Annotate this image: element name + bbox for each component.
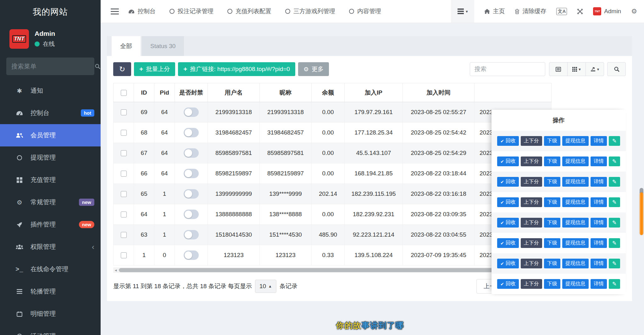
- subordinate-button[interactable]: 下级: [544, 259, 560, 268]
- more-button[interactable]: ⚙ 更多: [298, 62, 329, 76]
- updown-button[interactable]: 上下分: [521, 259, 542, 268]
- ban-toggle[interactable]: [184, 169, 199, 178]
- ban-toggle[interactable]: [184, 107, 199, 117]
- subordinate-button[interactable]: 下级: [544, 279, 560, 289]
- subordinate-button[interactable]: 下级: [544, 177, 560, 187]
- admin-menu[interactable]: TNT Admin: [593, 7, 621, 15]
- detail-button[interactable]: 详情: [591, 218, 607, 228]
- edit-button[interactable]: ✎: [609, 136, 620, 146]
- search-submit-button[interactable]: [607, 62, 626, 76]
- table-search-input[interactable]: [470, 62, 545, 76]
- withdraw-info-button[interactable]: 提现信息: [562, 136, 589, 146]
- recycle-button[interactable]: ✔回收: [497, 197, 519, 207]
- detail-button[interactable]: 详情: [591, 157, 607, 166]
- withdraw-info-button[interactable]: 提现信息: [562, 279, 589, 289]
- topnav-recharge-list[interactable]: 充值列表配置: [227, 7, 271, 15]
- edit-button[interactable]: ✎: [609, 177, 620, 187]
- col-username[interactable]: 用户名: [208, 83, 260, 102]
- tabs-dropdown-button[interactable]: ▾: [451, 0, 474, 23]
- row-checkbox[interactable]: [121, 171, 127, 177]
- edit-button[interactable]: ✎: [609, 197, 620, 207]
- tab-status30[interactable]: Status 30: [142, 36, 184, 56]
- col-nickname[interactable]: 昵称: [260, 83, 312, 102]
- vertical-scrollbar-thumb[interactable]: [640, 192, 643, 235]
- columns-button[interactable]: ▾: [567, 62, 586, 76]
- updown-button[interactable]: 上下分: [521, 238, 542, 248]
- sidebar-item-notice[interactable]: ✱ 通知: [0, 80, 101, 102]
- recycle-button[interactable]: ✔回收: [497, 157, 519, 166]
- updown-button[interactable]: 上下分: [521, 197, 542, 207]
- topnav-third-games[interactable]: 三方游戏列管理: [285, 7, 335, 15]
- row-checkbox[interactable]: [121, 109, 127, 115]
- edit-button[interactable]: ✎: [609, 279, 620, 289]
- col-join-time[interactable]: 加入时间: [403, 83, 475, 102]
- recycle-button[interactable]: ✔回收: [497, 259, 519, 268]
- promo-link-button[interactable]: + 推广链接: https://pg8808.top/#/?pid=0: [178, 62, 295, 76]
- ban-toggle[interactable]: [184, 189, 199, 199]
- edit-button[interactable]: ✎: [609, 157, 620, 166]
- settings-button[interactable]: ⚙: [631, 8, 637, 15]
- ban-toggle[interactable]: [184, 210, 199, 219]
- scroll-left-arrow-icon[interactable]: ◂: [113, 267, 118, 273]
- recycle-button[interactable]: ✔回收: [497, 238, 519, 248]
- detail-button[interactable]: 详情: [591, 177, 607, 187]
- updown-button[interactable]: 上下分: [521, 136, 542, 146]
- withdraw-info-button[interactable]: 提现信息: [562, 177, 589, 187]
- edit-button[interactable]: ✎: [609, 238, 620, 248]
- subordinate-button[interactable]: 下级: [544, 197, 560, 207]
- row-checkbox[interactable]: [121, 150, 127, 156]
- updown-button[interactable]: 上下分: [521, 218, 542, 228]
- detail-button[interactable]: 详情: [591, 136, 607, 146]
- topnav-content[interactable]: 内容管理: [349, 7, 381, 15]
- detail-button[interactable]: 详情: [591, 238, 607, 248]
- menu-search-input[interactable]: [11, 63, 95, 70]
- updown-button[interactable]: 上下分: [521, 157, 542, 166]
- withdraw-info-button[interactable]: 提现信息: [562, 218, 589, 228]
- sidebar-item-withdrawals[interactable]: 提现管理: [0, 146, 101, 169]
- toggle-view-button[interactable]: [549, 62, 568, 76]
- col-balance[interactable]: 余额: [312, 83, 345, 102]
- sidebar-item-general[interactable]: ⚙ 常规管理 new: [0, 191, 101, 213]
- vertical-scrollbar[interactable]: [639, 23, 644, 335]
- batch-add-button[interactable]: + 批量上分: [134, 62, 175, 76]
- col-join-ip[interactable]: 加入IP: [345, 83, 403, 102]
- recycle-button[interactable]: ✔回收: [497, 218, 519, 228]
- updown-button[interactable]: 上下分: [521, 177, 542, 187]
- fullscreen-button[interactable]: [577, 8, 583, 14]
- home-link[interactable]: 主页: [484, 7, 505, 15]
- col-banned[interactable]: 是否封禁: [175, 83, 208, 102]
- detail-button[interactable]: 详情: [591, 197, 607, 207]
- col-pid[interactable]: Pid: [154, 83, 175, 102]
- detail-button[interactable]: 详情: [591, 259, 607, 268]
- ban-toggle[interactable]: [184, 148, 199, 158]
- subordinate-button[interactable]: 下级: [544, 157, 560, 166]
- refresh-button[interactable]: ↻: [113, 62, 131, 76]
- row-checkbox[interactable]: [121, 252, 127, 258]
- withdraw-info-button[interactable]: 提现信息: [562, 197, 589, 207]
- clear-cache-link[interactable]: 清除缓存: [515, 7, 546, 15]
- ban-toggle[interactable]: [184, 230, 199, 239]
- horizontal-scrollbar-thumb[interactable]: [119, 268, 519, 272]
- sidebar-item-carousel[interactable]: 轮播管理: [0, 280, 101, 303]
- language-button[interactable]: 文A: [556, 8, 567, 15]
- row-checkbox[interactable]: [121, 232, 127, 238]
- subordinate-button[interactable]: 下级: [544, 218, 560, 228]
- ban-toggle[interactable]: [184, 128, 199, 137]
- sidebar-item-auth[interactable]: 权限管理 ‹: [0, 236, 101, 258]
- menu-toggle-icon[interactable]: [111, 7, 119, 16]
- sidebar-item-members[interactable]: 会员管理: [0, 124, 101, 146]
- sidebar-item-addons[interactable]: 插件管理 new: [0, 213, 101, 236]
- withdraw-info-button[interactable]: 提现信息: [562, 238, 589, 248]
- topnav-dashboard[interactable]: 控制台: [128, 7, 156, 15]
- detail-button[interactable]: 详情: [591, 279, 607, 289]
- recycle-button[interactable]: ✔回收: [497, 136, 519, 146]
- export-button[interactable]: ▾: [586, 62, 604, 76]
- edit-button[interactable]: ✎: [609, 259, 620, 268]
- row-checkbox[interactable]: [121, 191, 127, 197]
- sidebar-item-detail[interactable]: 明细管理: [0, 303, 101, 325]
- topnav-bet-records[interactable]: 投注记录管理: [169, 7, 214, 15]
- subordinate-button[interactable]: 下级: [544, 238, 560, 248]
- menu-search[interactable]: [6, 58, 94, 75]
- tab-all[interactable]: 全部: [112, 36, 141, 56]
- edit-button[interactable]: ✎: [609, 218, 620, 228]
